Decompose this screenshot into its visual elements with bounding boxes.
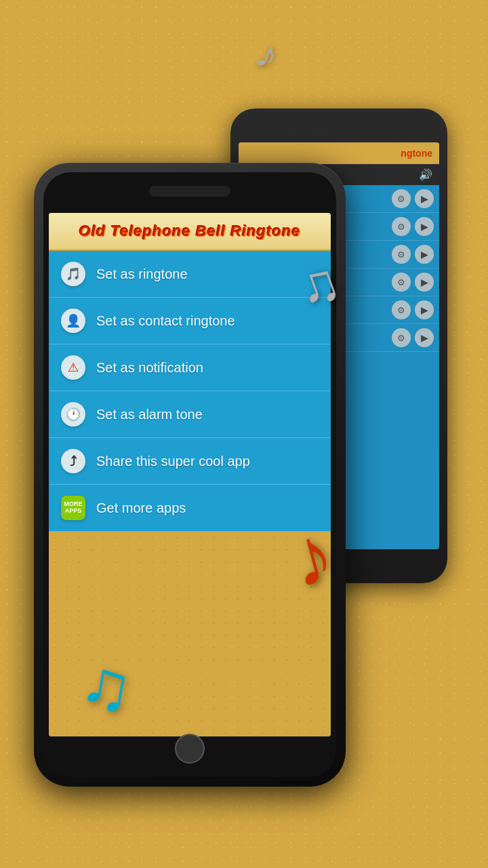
- back-settings-icon-6: ⚙: [392, 328, 411, 347]
- back-settings-icon-5: ⚙: [392, 300, 411, 319]
- set-notification-label: Set as notification: [96, 360, 203, 376]
- back-play-btn-1[interactable]: ▶: [415, 189, 434, 208]
- set-ringtone-label: Set as ringtone: [96, 267, 188, 282]
- back-play-btn-3[interactable]: ▶: [415, 245, 434, 264]
- ringtone-icon: 🎵: [61, 262, 85, 286]
- menu-list: 🎵 Set as ringtone 👤 Set as contact ringt…: [49, 251, 331, 532]
- set-alarm-label: Set as alarm tone: [96, 407, 203, 422]
- back-settings-icon-4: ⚙: [392, 273, 411, 292]
- share-app-label: Share this super cool app: [96, 454, 250, 469]
- speaker-icon: 🔊: [419, 168, 432, 181]
- back-play-btn-4[interactable]: ▶: [415, 273, 434, 292]
- share-icon: ⤴: [61, 449, 85, 473]
- contact-icon: 👤: [61, 309, 85, 333]
- back-play-btn-5[interactable]: ▶: [415, 300, 434, 319]
- phone-back-header: ngtone: [239, 142, 439, 164]
- alarm-icon: 🕐: [61, 402, 85, 427]
- app-title: Old Telephone Bell Ringtone: [79, 222, 301, 239]
- back-play-btn-2[interactable]: ▶: [415, 217, 434, 236]
- back-settings-icon-1: ⚙: [392, 189, 411, 208]
- more-apps-label: Get more apps: [96, 500, 186, 516]
- back-play-btn-6[interactable]: ▶: [415, 328, 434, 347]
- set-ringtone-button[interactable]: 🎵 Set as ringtone: [49, 251, 331, 298]
- set-contact-ringtone-label: Set as contact ringtone: [96, 313, 235, 329]
- back-settings-icon-3: ⚙: [392, 245, 411, 264]
- phone-notch: [149, 186, 230, 197]
- back-settings-icon-2: ⚙: [392, 217, 411, 236]
- set-alarm-button[interactable]: 🕐 Set as alarm tone: [49, 391, 331, 438]
- set-notification-button[interactable]: ⚠ Set as notification: [49, 344, 331, 391]
- app-header: Old Telephone Bell Ringtone: [49, 213, 331, 251]
- set-contact-ringtone-button[interactable]: 👤 Set as contact ringtone: [49, 298, 331, 344]
- home-button[interactable]: [175, 734, 205, 764]
- share-app-button[interactable]: ⤴ Share this super cool app: [49, 438, 331, 485]
- more-apps-icon: MOREAPPS: [61, 496, 85, 520]
- notification-icon: ⚠: [61, 355, 85, 380]
